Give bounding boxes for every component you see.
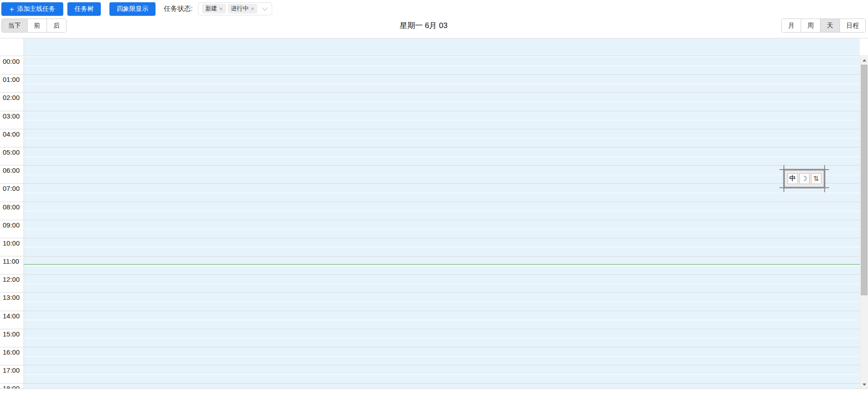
time-label: 09:00 bbox=[3, 221, 20, 229]
punctuation-icon[interactable]: ⇅ bbox=[811, 173, 821, 184]
time-slot[interactable] bbox=[24, 256, 860, 274]
time-label: 17:00 bbox=[3, 366, 20, 374]
time-label: 04:00 bbox=[3, 130, 20, 138]
day-view-calendar: 00:0001:0002:0003:0004:0005:0006:0007:00… bbox=[0, 38, 868, 389]
view-day-button[interactable]: 天 bbox=[820, 19, 840, 32]
task-status-label: 任务状态: bbox=[164, 5, 193, 13]
arrow-down-icon bbox=[863, 384, 866, 386]
time-slot[interactable] bbox=[24, 311, 860, 329]
hour-row: 11:00 bbox=[0, 256, 860, 275]
view-month-button[interactable]: 月 bbox=[782, 19, 801, 32]
view-switcher: 月 周 天 日程 bbox=[781, 19, 866, 33]
time-slot[interactable] bbox=[24, 202, 860, 220]
hour-row: 14:00 bbox=[0, 311, 860, 329]
hour-row: 09:00 bbox=[0, 220, 860, 238]
selection-tick bbox=[821, 187, 829, 188]
time-label: 03:00 bbox=[3, 112, 20, 120]
time-label: 16:00 bbox=[3, 348, 20, 356]
all-day-slot[interactable] bbox=[24, 38, 860, 56]
time-label: 01:00 bbox=[3, 76, 20, 83]
time-grid-scroller: 00:0001:0002:0003:0004:0005:0006:0007:00… bbox=[0, 57, 860, 388]
time-slot[interactable] bbox=[24, 329, 860, 347]
chevron-down-icon[interactable] bbox=[262, 5, 268, 11]
current-time-indicator bbox=[24, 264, 860, 265]
add-main-task-button[interactable]: + 添加主线任务 bbox=[1, 2, 63, 16]
hour-row: 17:00 bbox=[0, 365, 860, 384]
time-label: 12:00 bbox=[3, 275, 20, 283]
quadrant-view-button[interactable]: 四象限显示 bbox=[109, 2, 156, 16]
hour-row: 02:00 bbox=[0, 93, 860, 111]
hour-row: 15:00 bbox=[0, 329, 860, 347]
time-slot[interactable] bbox=[24, 293, 860, 310]
hour-row: 05:00 bbox=[0, 147, 860, 166]
task-tree-button[interactable]: 任务树 bbox=[67, 2, 101, 16]
hour-row: 00:00 bbox=[0, 57, 860, 75]
hour-row: 01:00 bbox=[0, 75, 860, 93]
ime-language-bar[interactable]: 中 ☽ ⇅ bbox=[783, 169, 825, 188]
time-slot[interactable] bbox=[24, 184, 860, 201]
hour-row: 06:00 bbox=[0, 166, 860, 184]
time-slot[interactable] bbox=[24, 129, 860, 147]
calendar-header: 当下 前 后 星期一 6月 03 月 周 天 日程 bbox=[0, 18, 868, 33]
time-slot[interactable] bbox=[24, 365, 860, 383]
time-label: 06:00 bbox=[3, 166, 20, 174]
vertical-scrollbar[interactable] bbox=[860, 57, 868, 388]
hour-row: 13:00 bbox=[0, 293, 860, 311]
all-day-row bbox=[0, 38, 868, 56]
remove-tag-icon[interactable]: × bbox=[219, 6, 223, 12]
status-tag-new: 新建 × bbox=[202, 4, 226, 14]
time-label: 14:00 bbox=[3, 312, 20, 320]
time-slot[interactable] bbox=[24, 147, 860, 165]
time-label: 18:00 bbox=[3, 384, 20, 388]
time-label: 07:00 bbox=[3, 185, 20, 192]
selection-tick bbox=[783, 165, 784, 173]
remove-tag-icon[interactable]: × bbox=[251, 6, 255, 12]
selection-tick bbox=[824, 184, 825, 192]
hour-row: 18:00 bbox=[0, 384, 860, 388]
time-label: 05:00 bbox=[3, 148, 20, 156]
time-label: 00:00 bbox=[3, 57, 20, 65]
selection-tick bbox=[824, 165, 825, 173]
time-label: 13:00 bbox=[3, 294, 20, 301]
hour-row: 07:00 bbox=[0, 184, 860, 202]
time-slot[interactable] bbox=[24, 166, 860, 183]
time-label: 02:00 bbox=[3, 94, 20, 101]
plus-icon: + bbox=[9, 5, 14, 13]
arrow-up-icon bbox=[863, 59, 866, 62]
status-tag-label: 进行中 bbox=[231, 5, 249, 13]
hour-row: 04:00 bbox=[0, 129, 860, 147]
time-slot[interactable] bbox=[24, 384, 860, 388]
selection-tick bbox=[821, 169, 829, 170]
app-window: + 添加主线任务 任务树 四象限显示 任务状态: 新建 × 进行中 × 当下 前… bbox=[0, 0, 868, 412]
task-status-select[interactable]: 新建 × 进行中 × bbox=[198, 2, 272, 15]
selection-tick bbox=[783, 184, 784, 192]
hour-row: 16:00 bbox=[0, 347, 860, 365]
hour-row: 10:00 bbox=[0, 238, 860, 256]
view-week-button[interactable]: 周 bbox=[801, 19, 820, 32]
time-slot[interactable] bbox=[24, 347, 860, 365]
hour-row: 12:00 bbox=[0, 275, 860, 293]
hour-row: 03:00 bbox=[0, 111, 860, 129]
time-label: 08:00 bbox=[3, 203, 20, 211]
ime-chinese-mode-button[interactable]: 中 bbox=[788, 173, 798, 184]
top-toolbar: + 添加主线任务 任务树 四象限显示 任务状态: 新建 × 进行中 × bbox=[0, 0, 272, 17]
scroll-down-button[interactable] bbox=[860, 381, 868, 388]
time-slot[interactable] bbox=[24, 220, 860, 238]
status-tag-in-progress: 进行中 × bbox=[228, 4, 258, 14]
time-label: 15:00 bbox=[3, 330, 20, 338]
add-main-task-label: 添加主线任务 bbox=[17, 5, 55, 13]
time-grid: 00:0001:0002:0003:0004:0005:0006:0007:00… bbox=[0, 57, 860, 388]
status-tag-label: 新建 bbox=[205, 5, 217, 13]
hour-row: 08:00 bbox=[0, 202, 860, 220]
time-slot[interactable] bbox=[24, 111, 860, 129]
time-slot[interactable] bbox=[24, 238, 860, 256]
time-slot[interactable] bbox=[24, 75, 860, 92]
time-slot[interactable] bbox=[24, 93, 860, 110]
time-label: 10:00 bbox=[3, 239, 20, 247]
scroll-up-button[interactable] bbox=[860, 57, 868, 64]
moon-icon[interactable]: ☽ bbox=[799, 173, 810, 184]
view-agenda-button[interactable]: 日程 bbox=[840, 19, 865, 32]
scrollbar-thumb[interactable] bbox=[861, 65, 868, 295]
time-slot[interactable] bbox=[24, 275, 860, 292]
time-slot[interactable] bbox=[24, 57, 860, 74]
